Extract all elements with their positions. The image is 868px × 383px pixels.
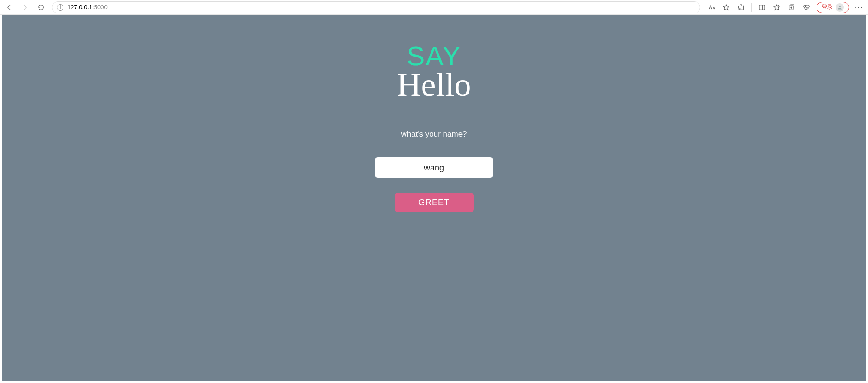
text-size-icon — [708, 4, 715, 11]
heart-pulse-icon — [803, 4, 810, 11]
favorites-list-button[interactable] — [772, 3, 781, 12]
name-input[interactable] — [375, 157, 493, 178]
reload-button[interactable] — [36, 3, 45, 12]
read-aloud-button[interactable] — [707, 3, 716, 12]
url-port: :5000 — [92, 4, 108, 11]
avatar — [836, 3, 844, 12]
url-host: 127.0.0.1 — [67, 4, 92, 11]
star-icon — [722, 4, 730, 11]
login-button[interactable]: 登录 — [817, 2, 849, 13]
favorite-button[interactable] — [722, 3, 731, 12]
collections-icon — [788, 4, 795, 11]
address-bar[interactable]: i 127.0.0.1:5000 — [52, 1, 700, 13]
toolbar-separator — [751, 3, 752, 12]
site-info-icon[interactable]: i — [57, 4, 63, 11]
arrow-right-icon — [21, 4, 29, 11]
reload-icon — [37, 4, 44, 11]
logo: SAY Hello — [397, 40, 471, 104]
greet-button[interactable]: GREET — [395, 193, 474, 212]
logo-bottom: Hello — [397, 66, 471, 104]
arrow-left-icon — [6, 4, 13, 11]
more-menu-button[interactable]: ··· — [855, 3, 863, 12]
page-body: SAY Hello what's your name? GREET — [2, 15, 866, 381]
person-icon — [837, 5, 843, 10]
collections-button[interactable] — [787, 3, 796, 12]
toolbar-right: 登录 ··· — [707, 2, 863, 13]
extensions-button[interactable] — [736, 3, 746, 12]
split-screen-button[interactable] — [757, 3, 767, 12]
star-plus-icon — [773, 4, 780, 11]
forward-button[interactable] — [20, 3, 30, 12]
sidebar-icon — [758, 4, 766, 11]
puzzle-icon — [737, 4, 745, 11]
svg-rect-0 — [759, 5, 765, 10]
svg-point-2 — [839, 6, 841, 7]
name-prompt: what's your name? — [401, 130, 467, 139]
performance-button[interactable] — [802, 3, 811, 12]
login-label: 登录 — [822, 3, 833, 11]
browser-toolbar: i 127.0.0.1:5000 登录 — [0, 0, 868, 15]
nav-controls — [5, 3, 45, 12]
url-text: 127.0.0.1:5000 — [67, 4, 108, 11]
back-button[interactable] — [5, 3, 14, 12]
